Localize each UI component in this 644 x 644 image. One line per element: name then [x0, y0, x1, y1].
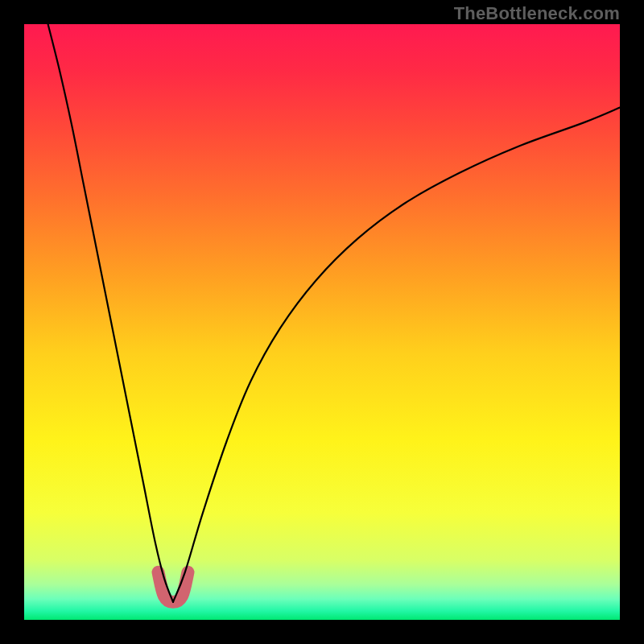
- frame: TheBottleneck.com: [0, 0, 644, 644]
- curve-right-arm: [173, 108, 620, 602]
- watermark-text: TheBottleneck.com: [454, 3, 620, 24]
- plot-area: [24, 24, 620, 620]
- curve-left-arm: [48, 24, 173, 602]
- chart-curve: [24, 24, 620, 620]
